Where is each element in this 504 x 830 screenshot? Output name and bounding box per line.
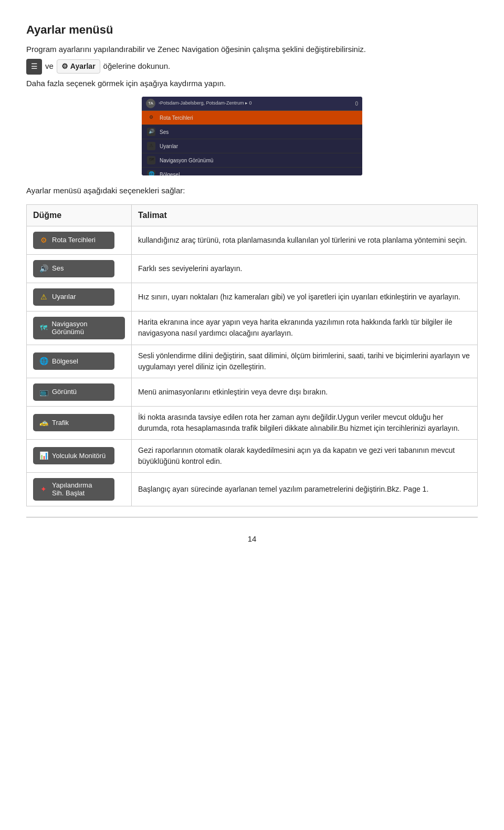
btn-cell-uyarilar: ⚠ Uyarılar [27,283,132,311]
table-row: ⚙ Rota Tercihleri kullandığınız araç tür… [27,226,478,254]
menu-btn-trafik[interactable]: 🚕 Trafik [33,414,114,431]
instruction-cell-yolculuk: Gezi raporlarının otomatik olarak kayded… [132,439,478,472]
btn-cell-bolgesel: 🌐 Bölgesel [27,345,132,378]
btn-cell-rota: ⚙ Rota Tercihleri [27,226,132,254]
menu-btn-goruntuler[interactable]: 📺 Görüntü [33,383,114,401]
btn-cell-yolculuk: 📊 Yolculuk Monitörü [27,439,132,472]
scroll-hint: Daha fazla seçenek görmek için aşağıya k… [26,78,478,90]
instruction-cell-ses: Farklı ses seviyelerini ayarlayın. [132,254,478,283]
ss-ta-icon: TA [146,99,155,108]
btn-label-navigasyon: Navigasyon Görünümü [51,320,120,336]
screenshot-mock: TA ›Potsdam-Jabelsberg, Potsdam-Zentrum … [142,97,362,175]
ss-menu-uyari: ⚠ Uyarılar [142,139,362,153]
intro-paragraph: Program ayarlarını yapılandırabilir ve Z… [26,44,478,56]
table-row: 🌐 Bölgesel Sesli yönlendirme dilini deği… [27,345,478,378]
ss-icon-rota: ⚙ [147,113,155,122]
instruction-cell-yapilandirma: Başlangıç ayarı sürecinde ayarlanan teme… [132,472,478,506]
page-title: Ayarlar menüsü [26,21,478,38]
col-dugme: Düğme [27,204,132,226]
table-row: 🗺 Navigasyon Görünümü Harita ekranına in… [27,311,478,345]
table-row: 🚕 Trafik İki nokta arasında tavsiye edil… [27,406,478,439]
btn-label-rota: Rota Tercihleri [52,236,96,244]
intro-icons-line: ☰ ve ⚙ Ayarlar öğelerine dokunun. [26,59,478,75]
gear-icon: ⚙ [61,61,68,72]
btn-cell-navigasyon: 🗺 Navigasyon Görünümü [27,311,132,345]
btn-label-trafik: Trafik [52,419,69,427]
ss-topbar-text: ›Potsdam-Jabelsberg, Potsdam-Zentrum ▸ 0 [159,100,352,107]
btn-cell-ses: 🔊 Ses [27,254,132,283]
instruction-cell-goruntuler: Menü animasyonlarını etkinleştirin veya … [132,378,478,406]
table-row: 📺 Görüntü Menü animasyonlarını etkinleşt… [27,378,478,406]
btn-icon-bolgesel: 🌐 [38,356,49,367]
instruction-cell-uyarilar: Hız sınırı, uyarı noktaları (hız kameral… [132,283,478,311]
btn-cell-goruntuler: 📺 Görüntü [27,378,132,406]
menu-btn-bolgesel[interactable]: 🌐 Bölgesel [33,352,114,370]
ss-icon-bolge: 🌐 [147,170,155,175]
btn-icon-trafik: 🚕 [38,417,49,428]
instruction-cell-navigasyon: Harita ekranına ince ayar yapın veya har… [132,311,478,345]
ss-label-ses: Ses [160,128,169,136]
screenshot-container: TA ›Potsdam-Jabelsberg, Potsdam-Zentrum … [26,97,478,175]
col-talimat: Talimat [132,204,478,226]
table-row: 🔊 Ses Farklı ses seviyelerini ayarlayın. [27,254,478,283]
instruction-cell-rota: kullandığınız araç türünü, rota planlama… [132,226,478,254]
ss-menu-nav: 🗺 Navigasyon Görünümü [142,153,362,168]
ss-icon-uyari: ⚠ [147,142,155,150]
menu-caption: Ayarlar menüsü aşağıdaki seçenekleri sağ… [26,185,478,197]
menu-btn-rota[interactable]: ⚙ Rota Tercihleri [33,232,114,249]
btn-label-goruntuler: Görüntü [52,388,77,396]
intro-text-1: Program ayarlarını yapılandırabilir ve Z… [26,45,366,54]
ss-icon-ses: 🔊 [147,128,155,136]
instruction-cell-trafik: İki nokta arasında tavsiye edilen rota h… [132,406,478,439]
ss-icon-nav: 🗺 [147,156,155,164]
settings-table: Düğme Talimat ⚙ Rota Tercihleri kullandı… [26,204,478,506]
btn-label-uyarilar: Uyarılar [52,293,76,301]
menu-btn-navigasyon[interactable]: 🗺 Navigasyon Görünümü [33,317,125,339]
ss-topbar-num: 0 [355,100,358,108]
ve-text: ve [45,60,54,72]
menu-btn-yolculuk[interactable]: 📊 Yolculuk Monitörü [33,447,114,464]
btn-label-ses: Ses [52,264,64,273]
btn-icon-rota: ⚙ [38,235,49,246]
menu-btn-yapilandirma[interactable]: ✦ YapılandırmaSih. Başlat [33,478,114,501]
intro-text-3: öğelerine dokunun. [103,60,171,72]
btn-icon-navigasyon: 🗺 [38,323,48,334]
ss-label-bolge: Bölgesel [160,171,180,176]
btn-label-yolculuk: Yolculuk Monitörü [52,452,106,460]
ss-label-rota: Rota Tercihleri [160,114,193,122]
ss-label-uyari: Uyarılar [160,142,178,150]
menu-btn-ses[interactable]: 🔊 Ses [33,260,114,277]
ayarlar-label: Ayarlar [70,61,96,72]
ayarlar-badge: ⚙ Ayarlar [57,59,100,74]
btn-icon-uyarilar: ⚠ [38,292,49,303]
btn-cell-trafik: 🚕 Trafik [27,406,132,439]
menu-btn-uyarilar[interactable]: ⚠ Uyarılar [33,288,114,306]
table-row: ⚠ Uyarılar Hız sınırı, uyarı noktaları (… [27,283,478,311]
btn-label-yapilandirma: YapılandırmaSih. Başlat [52,481,92,497]
btn-icon-yapilandirma: ✦ [38,484,49,495]
instruction-cell-bolgesel: Sesli yönlendirme dilini değiştirin, saa… [132,345,478,378]
footer-divider [26,517,478,517]
ss-menu-bolge: 🌐 Bölgesel [142,168,362,175]
list-icon: ☰ [26,59,42,75]
page-number: 14 [26,533,478,545]
ss-label-nav: Navigasyon Görünümü [160,157,213,164]
btn-cell-yapilandirma: ✦ YapılandırmaSih. Başlat [27,472,132,506]
btn-icon-ses: 🔊 [38,263,49,274]
screenshot-topbar: TA ›Potsdam-Jabelsberg, Potsdam-Zentrum … [142,97,362,111]
table-row: ✦ YapılandırmaSih. Başlat Başlangıç ayar… [27,472,478,506]
ss-menu-rota: ⚙ Rota Tercihleri [142,111,362,125]
ss-menu-ses: 🔊 Ses [142,125,362,139]
btn-icon-goruntuler: 📺 [38,387,49,398]
btn-label-bolgesel: Bölgesel [52,357,78,366]
screenshot-menu: ⚙ Rota Tercihleri 🔊 Ses ⚠ Uyarılar 🗺 Nav… [142,111,362,175]
btn-icon-yolculuk: 📊 [38,450,49,461]
table-row: 📊 Yolculuk Monitörü Gezi raporlarının ot… [27,439,478,472]
